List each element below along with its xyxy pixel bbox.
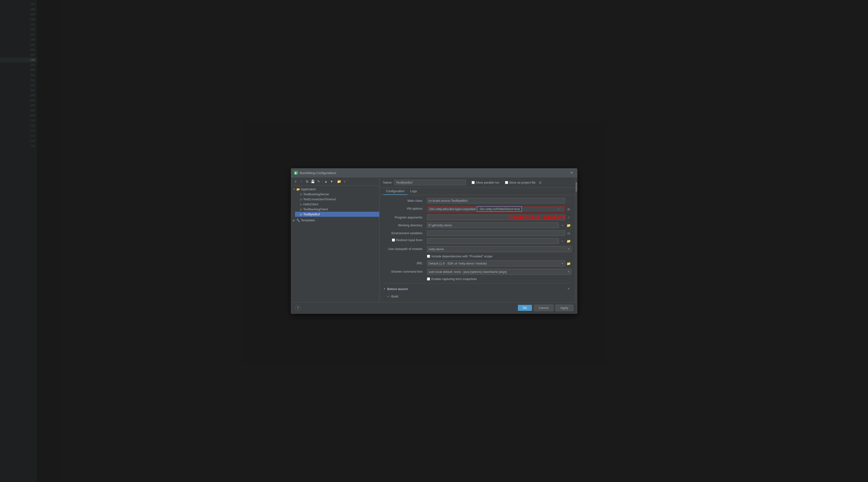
folder-button[interactable]: 📁	[337, 179, 342, 184]
before-launch-header[interactable]: ▼ Before launch +	[383, 285, 571, 293]
run-config-icon-2: ▷	[300, 198, 302, 201]
tree-item-helloclient[interactable]: ▷ HelloClient	[295, 202, 379, 207]
vm-options-label: VM options:	[383, 206, 425, 210]
run-config-icon-1: ▷	[300, 193, 302, 196]
tree-templates-header[interactable]: ▶ 🔧 Templates	[291, 218, 379, 223]
vm-options-part1: -Dio.netty.allocator.type=unpooled	[428, 207, 477, 212]
ok-button[interactable]: OK	[518, 305, 532, 311]
close-button[interactable]: ×	[569, 171, 574, 175]
name-row: Name: Allow parallel run Store as projec…	[379, 177, 575, 188]
config-toolbar: + − ⧉ 💾 ✎ ▲ ▼ 📁 ↕	[291, 177, 379, 186]
working-dir-row: Working directory: + 📁	[383, 222, 571, 228]
jre-control: Default (1.8 - SDK of 'netty-demo' modul…	[427, 261, 571, 266]
move-up-button[interactable]: ▲	[323, 179, 329, 184]
name-input[interactable]	[394, 180, 466, 185]
save-config-button[interactable]: 💾	[310, 179, 315, 184]
edit-config-button[interactable]: ✎	[316, 179, 321, 184]
tree-item-label-5: TestByteBuf	[303, 212, 320, 216]
vm-options-part2: -Dio.netty.noPreferDirect=true	[477, 206, 522, 212]
use-classpath-select[interactable]: netty-demo	[427, 246, 571, 252]
copy-config-button[interactable]: ⧉	[305, 179, 310, 184]
tree-item-testconnectiontimeout[interactable]: ▷ TestConnectionTimeout	[295, 197, 379, 202]
tab-configuration[interactable]: Configuration	[383, 188, 407, 195]
tree-item-label-1: TestBacklogServer	[303, 192, 329, 196]
jre-select[interactable]: Default (1.8 - SDK of 'netty-demo' modul…	[427, 261, 565, 266]
tree-item-label-2: TestConnectionTimeout	[303, 198, 336, 201]
dialog-footer: ? OK Cancel Apply	[291, 302, 577, 313]
enable-snapshots-row: Enable capturing form snapshots	[383, 277, 571, 281]
use-classpath-label: Use classpath of module:	[383, 246, 425, 251]
cancel-button[interactable]: Cancel	[534, 305, 553, 311]
include-deps-row: Include dependencies with "Provided" sco…	[383, 254, 571, 258]
right-panel: Name: Allow parallel run Store as projec…	[379, 177, 575, 302]
program-args-expand-button[interactable]: ⤢	[566, 215, 571, 220]
application-arrow: ▼	[293, 188, 296, 190]
env-vars-edit-button[interactable]: ⊟	[566, 231, 571, 236]
redirect-input-checkbox[interactable]	[392, 239, 395, 242]
vm-options-expand-button[interactable]: ⤢	[557, 207, 559, 211]
jre-browse-button[interactable]: 📁	[566, 261, 571, 266]
application-group-label: Application	[301, 187, 316, 191]
dialog-titlebar: ▶ Run/Debug Configurations ×	[291, 169, 577, 177]
env-vars-input[interactable]	[427, 230, 565, 236]
dialog-body: + − ⧉ 💾 ✎ ▲ ▼ 📁 ↕ ▼ 📂	[291, 177, 577, 302]
use-classpath-control: netty-demo ▼	[427, 246, 571, 252]
redirect-input-row: Redirect input from: + 📁	[383, 238, 571, 244]
working-dir-browse-button[interactable]: 📁	[566, 223, 571, 228]
titlebar-left: ▶ Run/Debug Configurations	[294, 171, 336, 175]
include-deps-checkbox[interactable]	[427, 255, 430, 258]
build-label: Build	[392, 295, 398, 298]
add-config-button[interactable]: +	[293, 179, 298, 184]
use-classpath-row: Use classpath of module: netty-demo ▼	[383, 246, 571, 252]
shorten-cmd-row: Shorten command line: user-local default…	[383, 269, 571, 275]
tree-item-testbytebuf[interactable]: ▷ TestByteBuf	[295, 212, 379, 217]
right-panel-scrollbar[interactable]	[575, 177, 577, 302]
main-class-browse-button[interactable]: …	[566, 198, 571, 203]
main-class-input[interactable]	[427, 198, 565, 203]
main-class-control: …	[427, 198, 571, 203]
help-button[interactable]: ?	[295, 305, 301, 311]
tree-application-header[interactable]: ▼ 📂 Application	[291, 187, 379, 192]
toolbar-separator	[322, 180, 322, 183]
enable-snapshots-label: Enable capturing form snapshots	[432, 277, 477, 281]
templates-icon: 🔧	[297, 219, 300, 222]
move-down-button[interactable]: ▼	[329, 179, 334, 184]
vm-options-action-button[interactable]: ⊞	[566, 207, 571, 212]
main-class-row: Main class: …	[383, 198, 571, 203]
working-dir-input[interactable]	[427, 222, 559, 228]
shorten-cmd-label: Shorten command line:	[383, 269, 425, 273]
templates-label: Templates	[301, 218, 315, 222]
tree-item-testbacklogclient[interactable]: ▷ TestBacklogClient	[295, 207, 379, 212]
enable-snapshots-checkbox[interactable]	[427, 277, 430, 280]
toolbar-separator-2	[335, 180, 336, 183]
vm-options-control: -Dio.netty.allocator.type=unpooled -Dio.…	[427, 206, 571, 212]
before-launch-label: Before launch	[387, 287, 408, 291]
store-settings-button[interactable]: ⚙	[537, 180, 543, 185]
redirect-input-label: Redirect input from:	[396, 238, 423, 242]
application-group-icon: 📂	[297, 188, 300, 191]
working-dir-add-button[interactable]: +	[560, 223, 565, 228]
redirect-input-browse-button[interactable]: 📁	[566, 239, 571, 244]
store-as-project-file-checkbox[interactable]	[505, 181, 508, 184]
jre-select-wrapper: Default (1.8 - SDK of 'netty-demo' modul…	[427, 261, 565, 266]
tree-item-testbacklogserver[interactable]: ▷ TestBacklogServer	[295, 192, 379, 197]
before-launch-arrow: ▼	[383, 288, 386, 290]
before-launch-plus-button[interactable]: +	[566, 286, 571, 292]
shorten-cmd-select[interactable]: user-local default: none - java [options…	[427, 269, 571, 275]
tab-logs[interactable]: Logs	[407, 188, 420, 195]
redirect-input-add-button[interactable]: +	[560, 239, 565, 244]
apply-button[interactable]: Apply	[555, 305, 573, 311]
allow-parallel-run-checkbox[interactable]	[472, 181, 475, 184]
shorten-cmd-control: user-local default: none - java [options…	[427, 269, 571, 275]
env-vars-row: Environment variables: ⊟	[383, 230, 571, 236]
redirect-input-input[interactable]	[427, 238, 559, 244]
scrollbar-thumb[interactable]	[576, 182, 577, 192]
run-config-icon-3: ▷	[300, 203, 302, 206]
name-label: Name:	[383, 181, 392, 184]
remove-config-button[interactable]: −	[299, 179, 304, 184]
sort-button[interactable]: ↕	[342, 179, 347, 184]
program-args-input[interactable]	[427, 215, 565, 220]
env-vars-label: Environment variables:	[383, 230, 425, 235]
dialog-title-text: Run/Debug Configurations	[300, 171, 336, 175]
build-item: ↩ Build	[383, 293, 571, 299]
